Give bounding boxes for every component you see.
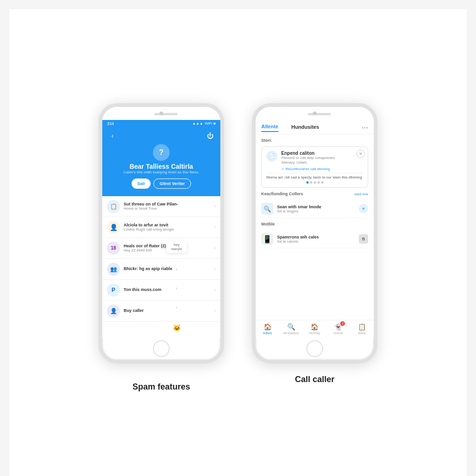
app-logo-area: ? Bear Talliess Caltirla Caller's tirle … (108, 144, 215, 175)
right-phone-speaker (308, 113, 331, 115)
list-sub-1: Losthe RugS call sning doogle (124, 227, 211, 232)
nook-icon: 📋 (358, 323, 366, 331)
list-item-5[interactable]: 👤 Buy caller › (102, 301, 220, 322)
list-sub-0: Home or Novit Troor (124, 206, 211, 211)
power-icon[interactable]: ⏻ (205, 131, 215, 140)
header-btn-2[interactable]: Gitret Veriter (153, 178, 191, 189)
bottom-nav-honolly[interactable]: 🏠 Honolly (303, 322, 327, 336)
feature-card: 📄 Enpend caliton Pannest or call delp co… (261, 146, 368, 188)
tab-hundusites[interactable]: Hundusites (291, 124, 319, 132)
dot-5 (321, 181, 324, 184)
app-sub-0: Git is onigins (277, 209, 355, 213)
left-phone-camera (159, 112, 163, 115)
list-item-1[interactable]: 👤 Alciola to arfur ar tovit Losthe RugS … (102, 217, 220, 238)
tab-allente[interactable]: Allente (261, 124, 278, 132)
right-phone-screen: Allente Hundusites ⋯ Storr. 📄 (256, 120, 374, 337)
home-icon: 🏠 (264, 323, 271, 331)
feature-card-header: 📄 Enpend caliton Pannest or call delp co… (266, 151, 363, 172)
left-phone-top-bar (102, 107, 220, 120)
list-icon-1: 👤 (107, 221, 120, 234)
bottom-nav: 🏠 Adlate 🔍 All.dolasos 🏠 Honolly 👻 (256, 320, 374, 337)
list-title-0: Sut threeu on of Caw Pilan- (124, 202, 211, 207)
status-bar: 334 ▲▲▲ WiFi ■ (102, 120, 220, 127)
list-item-0[interactable]: 📋 Sut threeu on of Caw Pilan- Home or No… (102, 196, 220, 217)
battery-icon: ■ (213, 121, 216, 126)
left-phone-section: 334 ▲▲▲ WiFi ■ ‹ ⏻ (99, 103, 224, 392)
right-top-nav: Allente Hundusites ⋯ (256, 120, 374, 134)
left-phone-screen: 334 ▲▲▲ WiFi ■ ‹ ⏻ (102, 120, 220, 337)
header-btn-1[interactable]: Salr (132, 178, 151, 189)
phones-container: 334 ▲▲▲ WiFi ■ ‹ ⏻ (99, 103, 377, 392)
bottom-nav-search[interactable]: 🔍 All.dolasos (279, 322, 303, 336)
dots-indicator (266, 181, 363, 184)
list-arrow-4: › (214, 287, 216, 292)
list-icon-4: P (107, 284, 120, 297)
bottom-nav-home[interactable]: 🏠 Adlate (256, 322, 279, 336)
see-all-link[interactable]: sard low (354, 192, 368, 196)
header-btns: Salr Gitret Veriter (108, 178, 215, 189)
right-phone-frame: Allente Hundusites ⋯ Storr. 📄 (252, 103, 377, 364)
right-phone-top-bar (256, 107, 374, 120)
app-title-0: Sean with smar lmode (277, 205, 355, 209)
right-phone-label: Call caller (295, 375, 334, 384)
list-arrow-1: › (214, 225, 216, 230)
search-nav-icon: 🔍 (287, 323, 295, 331)
app-title: Bear Talliess Caltirla (130, 163, 193, 170)
bottom-nav-goose[interactable]: 👻 Goose (326, 322, 350, 336)
feature-card-note: Morna act ↓bit cad a specly. tacin to ou… (266, 173, 363, 179)
feature-card-detail: Sllenary. Uslieh. (281, 160, 363, 165)
more-options-icon[interactable]: ⋯ (362, 124, 368, 132)
left-phone-speaker (154, 113, 178, 115)
dot-2 (310, 181, 312, 184)
bottom-nav-nook[interactable]: 📋 Nook (350, 322, 374, 336)
left-phone-label: Spam features (132, 382, 190, 392)
wifi-icon: WiFi (205, 121, 212, 126)
mobile-title-0: Spamrrons wih cales (277, 235, 355, 239)
list-icon-0: 📋 (107, 200, 120, 213)
list-item-2[interactable]: 18 Heals oor of Rater (2) and Hey 22,494… (102, 238, 220, 259)
right-home-button[interactable] (306, 340, 323, 357)
list-arrow-0: › (214, 204, 216, 209)
honolly-label: Honolly (309, 331, 320, 335)
app-subtitle: Caller's tirle mlith lookiying fireet an… (124, 170, 199, 175)
left-home-button[interactable] (153, 340, 170, 357)
feature-card-close[interactable]: ✕ (357, 150, 365, 158)
home-label: Adlate (263, 331, 272, 335)
feature-card-icon: 📄 (266, 151, 278, 162)
dot-3 (314, 181, 316, 184)
feature-card-check: ✓ Recorfeoraher call stioning (281, 167, 363, 171)
list-title-1: Alciola to arfur ar tovit (124, 223, 211, 228)
section2-label: Keacfionding Collers (261, 192, 303, 196)
right-side-panel: hey isarylo › › › 🐱 (166, 241, 187, 331)
honolly-icon: 🏠 (311, 323, 318, 331)
list-item-3[interactable]: 👥 Bhickr: hg as apip riable › (102, 259, 220, 280)
list-content-1: Alciola to arfur ar tovit Losthe RugS ca… (124, 223, 211, 232)
app-icon-0: 🔍 (261, 203, 273, 215)
app-logo: ? (153, 144, 170, 161)
mobile-item-0[interactable]: 📱 Spamrrons wih cales Git la calonls B (261, 230, 368, 248)
feature-card-title: Enpend caliton (281, 151, 363, 156)
side-arrow-1: › (166, 267, 187, 272)
add-btn-0[interactable]: + (359, 204, 368, 213)
blue-header: ‹ ⏻ ? Bear Talliess Caltirla Caller's ti… (102, 127, 220, 196)
list-content-0: Sut threeu on of Caw Pilan- Home or Novi… (124, 202, 211, 211)
dot-4 (317, 181, 320, 184)
back-icon[interactable]: ‹ (108, 131, 117, 140)
right-phone-section: Allente Hundusites ⋯ Storr. 📄 (252, 103, 377, 384)
list-arrow-5: › (214, 308, 216, 313)
list-icon-5: 👤 (107, 304, 120, 317)
list-item-4[interactable]: P Ton this muss.com › (102, 280, 220, 301)
list-arrow-3: › (214, 266, 216, 271)
left-phone-frame: 334 ▲▲▲ WiFi ■ ‹ ⏻ (99, 103, 224, 364)
app-item-0[interactable]: 🔍 Sean with smar lmode Git is onigins + (261, 200, 368, 218)
nook-label: Nook (358, 331, 365, 335)
feature-card-subtitle: Pannest or call delp cohapoinies (281, 156, 363, 160)
status-icons: ▲▲▲ WiFi ■ (192, 121, 216, 126)
status-time: 334 (107, 121, 114, 126)
list-arrow-2: › (214, 245, 216, 251)
side-arrow-3: › (166, 305, 187, 310)
mobile-icon-0: 📱 (261, 233, 273, 245)
left-list-section: 📋 Sut threeu on of Caw Pilan- Home or No… (102, 196, 220, 337)
mobile-text-0: Spamrrons wih cales Git la calonls (277, 235, 355, 244)
search-nav-label: All.dolasos (283, 331, 299, 335)
